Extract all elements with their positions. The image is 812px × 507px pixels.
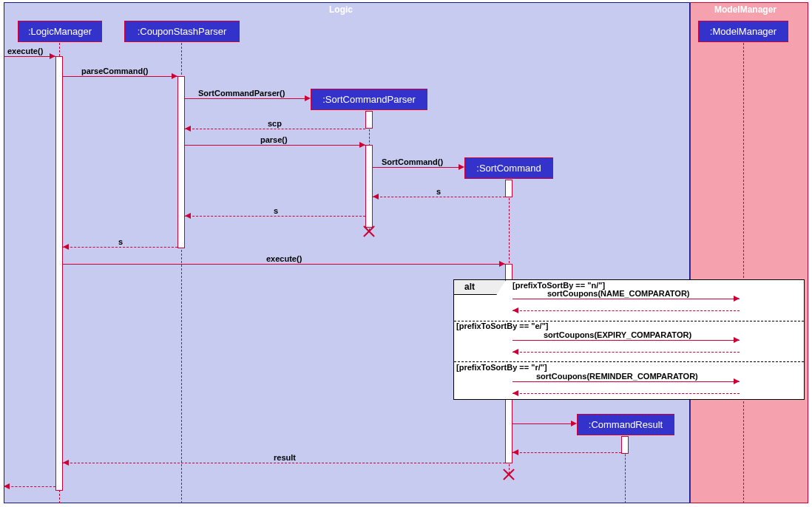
msg-execute-in: execute(): [7, 47, 43, 55]
arrow-scp-ctor: [185, 98, 309, 99]
msg-scp-ctor: SortCommandParser(): [198, 89, 285, 98]
participant-modelmanager: :ModelManager: [698, 21, 788, 42]
arrow-execute2: [63, 264, 505, 265]
lifeline-modelmanager: [743, 43, 744, 503]
arrowhead-commandresult-ctor: [571, 421, 577, 426]
arrow-execute-in: [4, 56, 55, 57]
arrow-parsecommand: [63, 76, 177, 77]
arrowhead-parsecommand: [172, 73, 177, 79]
activation-logicmanager: [55, 56, 63, 491]
arrow-sortname-return: [512, 310, 740, 311]
arrow-sortreminder: [512, 381, 740, 382]
arrow-commandresult-return: [512, 452, 621, 453]
arrowhead-sortexpiry-return: [512, 349, 518, 355]
arrow-sortexpiry: [512, 340, 740, 341]
alt-tab: [454, 280, 506, 295]
participant-couponstashparser: :CouponStashParser: [124, 21, 240, 42]
activation-sortcommandparser-ctor: [365, 111, 373, 129]
arrowhead-execute2: [499, 261, 505, 267]
activation-commandresult: [621, 436, 629, 454]
msg-parsecommand: parseCommand(): [81, 67, 148, 75]
arrow-s-return3: [63, 247, 177, 248]
arrowhead-parse: [359, 142, 365, 148]
msg-sc-ctor: SortCommand(): [382, 157, 443, 166]
diagram-canvas: Logic ModelManager :LogicManager :Coupon…: [0, 0, 812, 507]
activation-couponstashparser: [177, 76, 185, 248]
arrow-s-return1: [373, 197, 505, 197]
destroy-sortcommand: [503, 469, 515, 480]
arrowhead-s-return2: [185, 213, 191, 219]
arrowhead-scp-ctor: [305, 95, 311, 101]
arrowhead-result: [63, 460, 69, 466]
arrowhead-s-return3: [63, 244, 69, 250]
msg-execute2: execute(): [266, 254, 302, 263]
arrow-result: [63, 463, 505, 463]
arrowhead-sortname-return: [512, 307, 518, 313]
arrow-sc-ctor: [373, 167, 463, 168]
msg-scp-return: scp: [268, 119, 282, 128]
arrowhead-execute-in: [50, 53, 55, 59]
msg-s-return2: s: [274, 206, 278, 215]
arrowhead-return-out: [4, 483, 10, 489]
participant-commandresult: :CommandResult: [577, 414, 674, 435]
alt-guard-2: [prefixToSortBy == "e/"]: [456, 321, 549, 330]
activation-sortcommandparser-parse: [365, 145, 373, 228]
arrow-s-return2: [185, 216, 365, 217]
msg-sortexpiry: sortCoupons(EXPIRY_COMPARATOR): [544, 330, 691, 339]
arrow-return-out: [4, 486, 55, 487]
participant-sortcommandparser: :SortCommandParser: [311, 89, 427, 110]
participant-sortcommand: :SortCommand: [464, 157, 553, 179]
alt-label: alt: [464, 282, 475, 292]
alt-sep-2: [454, 361, 804, 362]
msg-s-return1: s: [436, 187, 441, 196]
destroy-sortcommandparser: [363, 225, 375, 237]
arrowhead-sc-ctor: [459, 164, 464, 170]
msg-sortreminder: sortCoupons(REMINDER_COMPARATOR): [536, 372, 698, 381]
arrowhead-commandresult-return: [512, 449, 518, 455]
arrowhead-sortreminder: [734, 378, 740, 384]
arrow-commandresult-ctor: [512, 423, 575, 424]
logic-frame-label: Logic: [329, 4, 353, 15]
arrow-sortexpiry-return: [512, 352, 740, 353]
modelmanager-frame-label: ModelManager: [714, 4, 777, 15]
msg-sortname: sortCoupons(NAME_COMPARATOR): [547, 289, 690, 298]
alt-guard-3: [prefixToSortBy == "r/"]: [456, 363, 547, 372]
arrow-sortname: [512, 299, 740, 299]
arrowhead-scp-return: [185, 126, 191, 132]
msg-result: result: [274, 453, 296, 462]
participant-logicmanager: :LogicManager: [18, 21, 102, 42]
modelmanager-frame: [690, 2, 808, 503]
arrowhead-sortname: [734, 296, 740, 302]
arrowhead-sortreminder-return: [512, 390, 518, 396]
arrowhead-sortexpiry: [734, 337, 740, 343]
arrow-scp-return: [185, 129, 365, 129]
msg-s-return3: s: [118, 237, 123, 246]
arrowhead-s-return1: [373, 194, 379, 200]
arrow-sortreminder-return: [512, 393, 740, 394]
msg-parse: parse(): [260, 135, 288, 144]
activation-sortcommand-ctor: [505, 180, 512, 197]
arrow-parse: [185, 145, 365, 146]
